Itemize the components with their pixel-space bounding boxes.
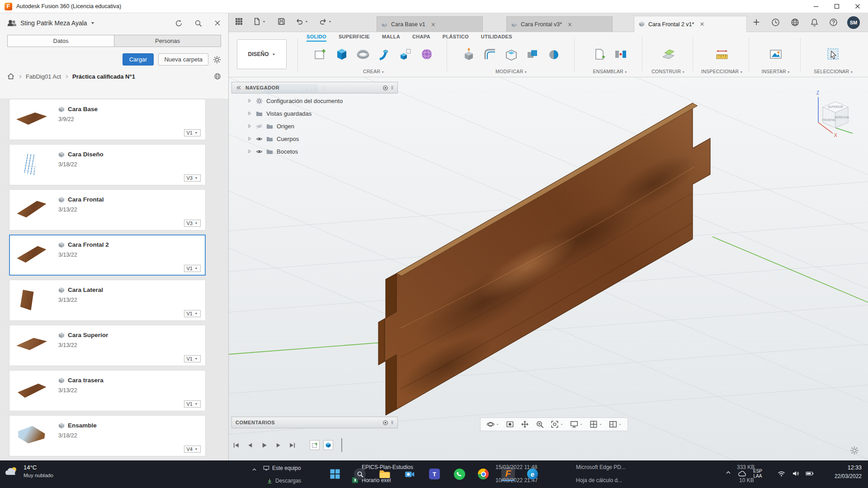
tool-create-form[interactable]: [417, 43, 436, 66]
list-item-cara-diseno[interactable]: Cara Diseño3/18/22 V3: [9, 144, 206, 185]
timeline-play-button[interactable]: [260, 441, 268, 449]
search-taskbar-icon[interactable]: [353, 467, 367, 481]
timeline-skip-end-button[interactable]: [288, 441, 296, 449]
expand-caret-icon[interactable]: [247, 149, 252, 154]
tree-node-label[interactable]: Origen: [277, 123, 294, 130]
version-dropdown[interactable]: V4: [184, 446, 201, 453]
keyboard-layout-indicator[interactable]: ESP LAA: [753, 469, 762, 479]
tool-shell[interactable]: [502, 43, 521, 66]
visibility-eye-icon[interactable]: [256, 148, 263, 155]
tree-node-label[interactable]: Vistas guardadas: [266, 110, 311, 117]
list-item-cara-base[interactable]: Cara Base3/9/22 V1: [9, 99, 206, 140]
file-explorer-icon[interactable]: [378, 467, 392, 481]
view-cube[interactable]: Z X SUPERIOR FRONTAL DERECHA: [809, 88, 860, 141]
viewport-settings-gear-icon[interactable]: [850, 446, 859, 455]
tool-new-component[interactable]: [590, 43, 609, 66]
version-dropdown[interactable]: V1: [184, 400, 201, 408]
grid-settings-button[interactable]: [590, 420, 602, 428]
taskbar-clock[interactable]: 12:33 22/03/2022: [835, 465, 862, 479]
camera-icon[interactable]: [403, 467, 416, 481]
orbit-button[interactable]: [486, 420, 499, 428]
visibility-eye-icon[interactable]: [256, 136, 263, 142]
tool-insert-canvas[interactable]: [766, 43, 785, 66]
document-tab-cara-frontal[interactable]: Cara Frontal v3* ✕: [506, 16, 613, 32]
explorer-sidebar-this-pc[interactable]: Este equipo: [263, 465, 301, 471]
battery-icon[interactable]: [806, 471, 814, 476]
comments-option-icon[interactable]: [382, 420, 388, 426]
list-item-ensamble[interactable]: Ensamble3/18/22 V4: [9, 415, 206, 456]
onedrive-cloud-icon[interactable]: [738, 470, 747, 477]
tree-node-label[interactable]: Bocetos: [277, 148, 298, 155]
tool-select[interactable]: [824, 43, 843, 66]
new-file-button[interactable]: [253, 18, 266, 25]
panel-grip[interactable]: ‖: [391, 420, 394, 425]
tree-node-saved-views[interactable]: Vistas guardadas: [231, 107, 398, 120]
home-icon[interactable]: [7, 73, 14, 80]
tool-revolve[interactable]: [354, 43, 373, 66]
tree-node-sketches[interactable]: Bocetos: [231, 145, 398, 158]
group-label-insertar[interactable]: INSERTAR ▾: [754, 69, 797, 74]
new-folder-button[interactable]: Nueva carpeta: [158, 53, 208, 66]
tree-node-document-settings[interactable]: Configuración del documento: [231, 94, 398, 107]
list-item-cara-lateral[interactable]: Cara Lateral3/13/22 V1: [9, 280, 206, 321]
edge-icon[interactable]: e: [526, 467, 539, 481]
timeline-playhead[interactable]: [341, 438, 342, 452]
job-status-icon[interactable]: [771, 18, 780, 27]
close-tab-icon[interactable]: ✕: [699, 21, 704, 28]
tool-fillet[interactable]: [481, 43, 500, 66]
version-dropdown[interactable]: V1: [184, 129, 201, 136]
tree-node-origin[interactable]: Origen: [231, 120, 398, 132]
zoom-button[interactable]: [536, 420, 544, 428]
explorer-sidebar-downloads[interactable]: Descargas: [267, 478, 301, 484]
group-label-modificar[interactable]: MODIFICAR ▾: [453, 69, 569, 74]
tree-node-bodies[interactable]: Cuerpos: [231, 132, 398, 145]
upload-button[interactable]: Cargar: [123, 53, 154, 66]
save-button[interactable]: [278, 18, 285, 25]
online-status-globe-icon[interactable]: [791, 18, 799, 27]
display-settings-button[interactable]: [570, 420, 583, 428]
model-body[interactable]: [378, 103, 710, 415]
version-dropdown[interactable]: V1: [184, 310, 201, 317]
app-grid-icon[interactable]: [235, 18, 243, 25]
chevron-down-icon[interactable]: [90, 20, 95, 26]
tab-datos[interactable]: Datos: [7, 35, 114, 47]
new-tab-plus-icon[interactable]: [752, 18, 760, 26]
list-item-cara-trasera[interactable]: Cara trasera3/13/22 V1: [9, 370, 206, 411]
search-button[interactable]: [194, 19, 202, 27]
timeline-extrude-feature[interactable]: [323, 440, 333, 450]
document-tab-cara-frontal-2[interactable]: Cara Frontal 2 v1* ✕: [634, 16, 747, 32]
expand-caret-icon[interactable]: [247, 136, 252, 141]
teams-icon[interactable]: T: [428, 467, 441, 481]
version-dropdown[interactable]: V1: [184, 355, 201, 362]
timeline-sketch-feature[interactable]: [310, 440, 320, 450]
close-tab-icon[interactable]: ✕: [431, 21, 436, 28]
version-dropdown[interactable]: V3: [184, 174, 201, 182]
maximize-button[interactable]: [826, 0, 847, 13]
close-panel-button[interactable]: [214, 19, 221, 27]
expand-caret-icon[interactable]: [247, 111, 252, 116]
tab-chapa[interactable]: CHAPA: [412, 34, 430, 42]
tool-measure[interactable]: [712, 43, 731, 66]
browser-header[interactable]: NAVEGADOR ‖: [231, 82, 398, 94]
document-tab-cara-base[interactable]: Cara Base v1 ✕: [377, 16, 483, 32]
panel-settings-gear-icon[interactable]: [213, 56, 221, 64]
tab-superficie[interactable]: SUPERFICIE: [339, 34, 370, 42]
viewports-button[interactable]: [609, 420, 622, 428]
fit-button[interactable]: [551, 420, 563, 428]
3d-viewport[interactable]: NAVEGADOR ‖ Cara Frontal 2 v1 Configurac…: [229, 77, 868, 460]
tool-press-pull[interactable]: [459, 43, 478, 66]
version-dropdown[interactable]: V3: [184, 220, 201, 227]
avatar[interactable]: SM: [847, 16, 860, 29]
tab-personas[interactable]: Personas: [114, 35, 221, 47]
wifi-icon[interactable]: [778, 471, 785, 477]
group-label-crear[interactable]: CREAR ▾: [306, 69, 441, 74]
explorer-expand-chevron-icon[interactable]: [251, 467, 257, 473]
timeline-step-back-button[interactable]: [246, 441, 254, 449]
breadcrumb-root[interactable]: FabDig01 Act: [26, 73, 61, 80]
globe-icon[interactable]: [214, 73, 221, 80]
redo-button[interactable]: [319, 18, 332, 25]
tab-malla[interactable]: MALLA: [382, 34, 400, 42]
workspace-selector[interactable]: DISEÑO: [237, 39, 287, 69]
panel-grip[interactable]: ‖: [391, 85, 394, 90]
tool-joint[interactable]: [611, 43, 630, 66]
